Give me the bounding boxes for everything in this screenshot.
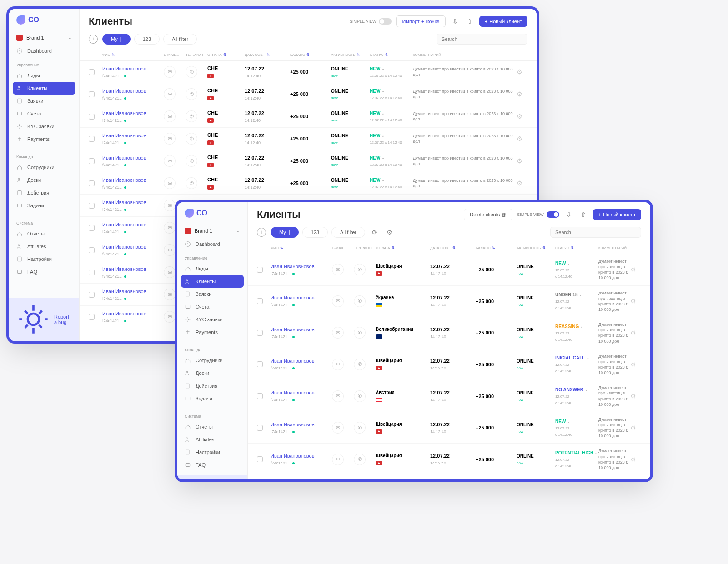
client-name-link[interactable]: Иван Ивановновов — [271, 295, 315, 300]
row-settings-icon[interactable]: ⚙ — [630, 298, 636, 305]
row-settings-icon[interactable]: ⚙ — [517, 180, 522, 187]
th-balance[interactable]: БАЛАНС ⇅ — [476, 246, 517, 250]
row-checkbox[interactable] — [257, 393, 263, 399]
sort-icon[interactable]: ⇅ — [542, 246, 546, 250]
table-row[interactable]: Иван Ивановновов f74c1421... ✉ ✆ CHE+ 12… — [80, 105, 537, 128]
nav-item-клиенты[interactable]: Клиенты — [13, 82, 75, 95]
filter-tab-all filter[interactable]: All filter — [163, 34, 197, 45]
brand-selector[interactable]: Brand 1 ⌄ — [9, 31, 79, 45]
email-icon[interactable]: ✉ — [164, 66, 176, 78]
th-activity[interactable]: АКТИВНОСТЬ ⇅ — [331, 53, 370, 57]
sort-icon[interactable]: ⇅ — [385, 53, 388, 57]
new-client-button[interactable]: + Новый клиент — [593, 209, 641, 220]
nav-item-счета[interactable]: Счета — [9, 107, 79, 120]
client-name-link[interactable]: Иван Ивановновов — [271, 327, 315, 332]
table-row[interactable]: Иван Ивановновов f74c1421... ✉ ✆ Швейцар… — [248, 254, 650, 286]
sort-icon[interactable]: ⇅ — [267, 53, 270, 57]
email-icon[interactable]: ✉ — [332, 295, 344, 307]
row-checkbox[interactable] — [257, 425, 263, 431]
import-button[interactable]: Импорт + Іконка — [396, 15, 445, 27]
email-icon[interactable]: ✉ — [164, 88, 176, 100]
brand-selector[interactable]: Brand 1 ⌄ — [177, 224, 247, 238]
nav-item-kyc заявки[interactable]: KYC заявки — [9, 120, 79, 133]
status-dropdown[interactable]: NEW⌄ — [555, 419, 570, 424]
simple-view-toggle[interactable]: SIMPLE VIEW — [517, 211, 559, 218]
nav-item-настройки[interactable]: Настройки — [177, 446, 247, 459]
table-row[interactable]: Иван Ивановновов f74c1421... ✉ ✆ Швейцар… — [248, 412, 650, 444]
refresh-icon[interactable]: ⟳ — [370, 227, 380, 237]
row-settings-icon[interactable]: ⚙ — [517, 113, 522, 120]
nav-item-задачи[interactable]: Задачи — [177, 392, 247, 405]
download-icon[interactable]: ⇩ — [564, 210, 574, 220]
email-icon[interactable]: ✉ — [164, 133, 176, 145]
sort-icon[interactable]: ⇅ — [392, 246, 395, 250]
nav-item-kyc заявки[interactable]: KYC заявки — [177, 313, 247, 326]
sort-icon[interactable]: ⇅ — [357, 53, 360, 57]
th-country[interactable]: СТРАНА ⇅ — [376, 246, 430, 250]
client-name-link[interactable]: Иван Ивановновов — [102, 66, 146, 71]
nav-item-сотрудники[interactable]: Сотрудники — [9, 161, 79, 174]
upload-icon[interactable]: ⇧ — [465, 16, 475, 26]
nav-item-faq[interactable]: FAQ — [9, 265, 79, 278]
phone-icon[interactable]: ✆ — [354, 390, 366, 402]
phone-icon[interactable]: ✆ — [186, 88, 197, 100]
table-row[interactable]: Иван Ивановновов f74c1421... ✉ ✆ CHE+ 12… — [80, 83, 537, 105]
sort-icon[interactable]: ⇅ — [112, 53, 115, 57]
filter-tab-all filter[interactable]: All filter — [331, 227, 365, 238]
email-icon[interactable]: ✉ — [332, 264, 344, 275]
status-dropdown[interactable]: NEW⌄ — [370, 155, 385, 160]
nav-item-лиды[interactable]: Лиды — [177, 262, 247, 275]
row-checkbox[interactable] — [257, 298, 263, 304]
row-settings-icon[interactable]: ⚙ — [630, 424, 636, 431]
new-client-button[interactable]: + Новый клиент — [479, 16, 527, 27]
client-name-link[interactable]: Иван Ивановновов — [102, 222, 146, 227]
report-bug-button[interactable]: Report a bug — [9, 298, 79, 341]
row-settings-icon[interactable]: ⚙ — [630, 393, 636, 400]
row-checkbox[interactable] — [89, 270, 95, 275]
nav-item-счета[interactable]: Счета — [177, 300, 247, 313]
status-dropdown[interactable]: NO ANSWER⌄ — [555, 387, 588, 392]
table-row[interactable]: Иван Ивановновов f74c1421... ✉ ✆ CHE+ 12… — [80, 128, 537, 150]
sort-icon[interactable]: ⇅ — [306, 53, 310, 57]
client-name-link[interactable]: Иван Ивановновов — [102, 110, 146, 116]
search-input[interactable] — [437, 34, 527, 45]
sort-icon[interactable]: ⇅ — [280, 246, 283, 250]
email-icon[interactable]: ✉ — [164, 311, 176, 323]
toggle-switch[interactable] — [379, 18, 392, 25]
th-status[interactable]: СТАТУС ⇅ — [370, 53, 413, 57]
email-icon[interactable]: ✉ — [164, 222, 176, 234]
status-dropdown[interactable]: REASSING⌄ — [555, 324, 583, 329]
table-row[interactable]: Иван Ивановновов f74c1421... ✉ ✆ CHE+ 12… — [80, 150, 537, 172]
phone-icon[interactable]: ✆ — [354, 295, 366, 307]
email-icon[interactable]: ✉ — [164, 266, 176, 278]
sort-icon[interactable]: ⇅ — [452, 246, 456, 250]
filter-tab-my[interactable]: My | — [271, 227, 299, 238]
nav-item-лиды[interactable]: Лиды — [9, 69, 79, 82]
nav-item-affiliates[interactable]: Affiliates — [9, 240, 79, 253]
status-dropdown[interactable]: INICIAL CALL⌄ — [555, 355, 589, 360]
row-settings-icon[interactable]: ⚙ — [630, 456, 636, 463]
th-date[interactable]: ДАТА СОЗ... ⇅ — [245, 53, 290, 57]
client-name-link[interactable]: Иван Ивановновов — [102, 88, 146, 94]
email-icon[interactable]: ✉ — [164, 289, 176, 300]
row-checkbox[interactable] — [89, 247, 95, 253]
nav-item-задачи[interactable]: Задачи — [9, 199, 79, 212]
status-dropdown[interactable]: POTENTIAL HIGH⌄ — [555, 450, 598, 455]
status-dropdown[interactable]: NEW⌄ — [370, 178, 385, 183]
row-settings-icon[interactable]: ⚙ — [517, 90, 522, 98]
row-checkbox[interactable] — [89, 292, 95, 298]
client-name-link[interactable]: Иван Ивановновов — [271, 453, 315, 459]
add-button[interactable]: + — [257, 228, 266, 237]
nav-item-отчеты[interactable]: Отчеты — [177, 420, 247, 433]
row-checkbox[interactable] — [89, 158, 95, 164]
filter-tab-123[interactable]: 123 — [302, 227, 328, 238]
client-name-link[interactable]: Иван Ивановновов — [102, 133, 146, 138]
table-row[interactable]: Иван Ивановновов f74c1421... ✉ ✆ Швейцар… — [248, 444, 650, 475]
row-settings-icon[interactable]: ⚙ — [517, 135, 522, 142]
status-dropdown[interactable]: UNDER 18⌄ — [555, 292, 582, 297]
nav-item-отчеты[interactable]: Отчеты — [9, 227, 79, 240]
table-row[interactable]: Иван Ивановновов f74c1421... ✉ ✆ CHE+ 12… — [80, 172, 537, 195]
client-name-link[interactable]: Иван Ивановновов — [271, 264, 315, 269]
email-icon[interactable]: ✉ — [332, 327, 344, 339]
email-icon[interactable]: ✉ — [164, 177, 176, 189]
